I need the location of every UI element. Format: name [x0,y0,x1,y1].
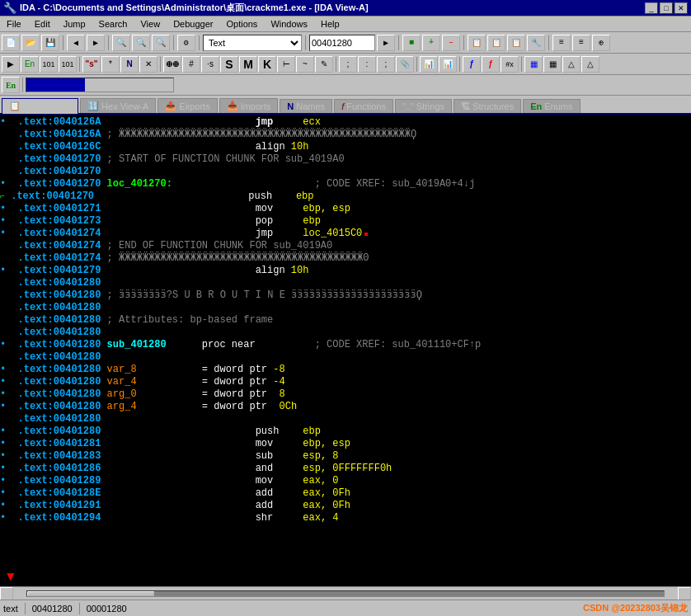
color-btn1[interactable]: ■ [402,35,421,51]
code-line[interactable]: • .text:0040126A jmp ecx [0,116,691,129]
disasm-btn1[interactable]: 📋 [468,35,486,51]
menu-options[interactable]: Options [223,18,261,30]
code-line[interactable]: • .text:00401270 loc_401270: ; CODE XREF… [0,178,691,190]
back-button[interactable]: ◀ [67,35,85,51]
hash-btn[interactable]: # [182,56,200,73]
misc-btn2[interactable]: ≡ [572,35,590,51]
semicol2-btn[interactable]: ; [377,56,395,73]
menu-view[interactable]: View [137,18,163,30]
code-line[interactable]: .text:00401280 ; Attributes: bp-based fr… [0,314,691,327]
graph-btn3[interactable]: △ [562,56,581,73]
func-btn1[interactable]: ƒ [463,56,481,73]
code-line[interactable]: .text:00401280 [0,351,691,364]
tab-enums[interactable]: En Enums [523,99,580,113]
code-line[interactable]: .text:00401280 [0,277,691,289]
debug-btn2[interactable]: En [21,56,39,73]
disasm-btn4[interactable]: 🔧 [527,35,545,51]
func-btn2[interactable]: ƒ [482,56,500,73]
view-type-dropdown[interactable]: Text Graph [203,35,302,51]
code-line[interactable]: • .text:00401280 push ebp [0,426,691,438]
code-line[interactable]: • .text:00401280 sub_401280 proc near ; … [0,339,691,351]
tab-strings[interactable]: ".." Strings [395,99,452,113]
code-line[interactable]: • .text:00401271 mov ebp, esp [0,203,691,215]
horizontal-scrollbar[interactable]: ◀ ▶ [0,586,691,600]
hex-btn[interactable]: #x [501,56,519,73]
color-btn3[interactable]: – [442,35,460,51]
debug-btn1[interactable]: ▶ [2,56,20,73]
str-btn[interactable]: "s" [82,56,101,73]
cross-btn[interactable]: ✕ [139,56,157,73]
misc-btn1[interactable]: ≡ [552,35,571,51]
code-line[interactable]: • .text:00401291 add eax, 0Fh [0,500,691,512]
semicol-btn[interactable]: ; [339,56,357,73]
code-line[interactable]: • .text:00401286 and esp, 0FFFFFFF0h [0,463,691,475]
code-line[interactable]: • .text:00401294 shr eax, 4 [0,512,691,524]
tab-functions[interactable]: f Functions [334,99,393,113]
debug-btn3[interactable]: 101 [40,56,58,73]
code-line[interactable]: .text:00401280 ; ӟӟӟӟӟӟӟӟ?S U B R O U T … [0,289,691,302]
misc2-btn1[interactable]: ⊕⊕ [163,56,181,73]
dot-btn[interactable]: ·s [201,56,219,73]
m-btn[interactable]: M [239,56,257,73]
code-line[interactable]: .text:00401270 [0,166,691,178]
code-line[interactable]: .text:0040126C align 10h [0,141,691,153]
open-button[interactable]: 📂 [21,35,40,51]
tab-exports[interactable]: 📤 Exports [157,98,217,113]
chart-btn1[interactable]: 📊 [420,56,438,73]
chart-btn2[interactable]: 📊 [439,56,457,73]
search-btn1[interactable]: 🔍 [112,35,130,51]
graph-btn4[interactable]: △ [581,56,599,73]
code-line[interactable]: • .text:00401280 var_4 = dword ptr -4 [0,376,691,388]
code-line[interactable]: ⌐ .text:00401270 push ebp [0,190,691,203]
code-line[interactable]: • .text:00401279 align 10h [0,265,691,277]
code-line[interactable]: • .text:00401280 arg_4 = dword ptr 0Ch [0,401,691,413]
en-label[interactable]: En [2,77,20,93]
ida-view[interactable]: • .text:0040126A jmp ecx .text:0040126A … [0,115,691,586]
search-btn2[interactable]: 🔍 [132,35,150,51]
tab-hex-view-a[interactable]: 🔢 Hex View-A [80,98,156,113]
minimize-button[interactable]: _ [645,2,658,14]
pencil-btn[interactable]: ✎ [315,56,333,73]
color-btn2[interactable]: + [422,35,440,51]
code-line[interactable]: .text:00401280 [0,413,691,426]
address-input[interactable] [309,35,375,51]
window-controls[interactable]: _ □ ✕ [645,2,688,14]
menu-jump[interactable]: Jump [60,18,89,30]
bold-n[interactable]: N [120,56,139,73]
s-btn[interactable]: S [220,56,238,73]
goto-button[interactable]: ▶ [377,35,395,51]
graph-btn2[interactable]: ▦ [543,56,562,73]
close-button[interactable]: ✕ [675,2,688,14]
code-line[interactable]: • .text:0040128E add eax, 0Fh [0,487,691,500]
debug-btn4[interactable]: 101 [59,56,77,73]
graph-btn1[interactable]: ▦ [524,56,543,73]
misc-btn3[interactable]: ⊕ [592,35,610,51]
tab-names[interactable]: N Names [280,99,332,113]
scroll-left-button[interactable]: ◀ [0,587,13,600]
code-line[interactable]: • .text:00401281 mov ebp, esp [0,438,691,450]
code-line[interactable]: • .text:00401289 mov eax, 0 [0,475,691,487]
menu-help[interactable]: Help [317,18,343,30]
code-line[interactable]: .text:0040126A ; ӜӜӜӜӜӜӜӜӜӜӜӜӜӜӜӜӜӜӜӜӜӜӜ… [0,129,691,141]
code-line[interactable]: • .text:00401283 sub esp, 8 [0,450,691,463]
tab-ida-view-a[interactable]: 📋 IDA View-A [2,98,78,114]
code-line[interactable]: .text:00401270 ; START OF FUNCTION CHUNK… [0,153,691,166]
code-line[interactable]: .text:00401274 ; END OF FUNCTION CHUNK F… [0,240,691,252]
colon-btn[interactable]: : [358,56,376,73]
search-btn3[interactable]: 🔍 [152,35,170,51]
code-line[interactable]: • .text:00401280 arg_0 = dword ptr 8 [0,388,691,401]
code-line[interactable]: • .text:00401280 var_8 = dword ptr -8 [0,364,691,376]
menu-search[interactable]: Search [96,18,131,30]
scroll-track[interactable] [26,590,665,597]
menu-edit[interactable]: Edit [31,18,54,30]
new-button[interactable]: 📄 [2,35,20,51]
save-button[interactable]: 💾 [41,35,59,51]
k-btn[interactable]: K [258,56,276,73]
tab-structures[interactable]: 🏗 Structures [454,99,521,113]
op-btn1[interactable]: * [101,56,120,73]
disasm-btn2[interactable]: 📋 [487,35,505,51]
code-line[interactable]: • .text:00401273 pop ebp [0,215,691,228]
forward-button[interactable]: ▶ [87,35,105,51]
menu-debugger[interactable]: Debugger [170,18,216,30]
scroll-right-button[interactable]: ▶ [678,587,691,600]
